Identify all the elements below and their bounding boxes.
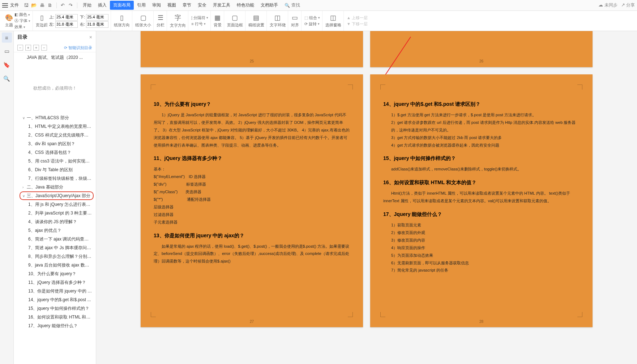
ribbon-tab-5[interactable]: 视图 <box>164 1 179 10</box>
body-line: 6）无需刷新页面，即可以从服务器获取信息 <box>383 259 580 267</box>
toc-item[interactable]: ∨三、JavaScript/JQuery/Ajax 部分 <box>14 191 96 200</box>
open-icon[interactable]: 📂 <box>30 2 38 9</box>
toc-item[interactable]: 14、jquery 中的$.get 和$.post ... <box>14 295 96 304</box>
page-25-stub: 25 <box>141 31 363 67</box>
group-dropdown[interactable]: ⬚组合▾ <box>304 15 320 21</box>
toc-doc-title[interactable]: JAVA 面试、笔试题（2020 ... <box>14 52 96 63</box>
ribbon-tab-4[interactable]: 审阅 <box>149 1 164 10</box>
margin-right-input[interactable] <box>86 21 108 28</box>
manuscript-button[interactable]: ▤稿纸设置 <box>248 14 264 28</box>
margin-button[interactable]: ▯页边距 <box>36 14 48 28</box>
ribbon-tab-1[interactable]: 插入 <box>95 1 110 10</box>
toc-item[interactable]: 10、为什么要有 jquery？ <box>14 269 96 278</box>
print-icon[interactable]: 🖶 <box>38 2 46 9</box>
toc-item[interactable]: ›二、Java 基础部分 <box>14 183 96 191</box>
file-menu[interactable]: 文件 <box>10 2 19 8</box>
toc-item[interactable]: 8、同步和异步怎么理解？分别在... <box>14 252 96 261</box>
align-button[interactable]: ▭对齐 <box>291 14 299 28</box>
rail-bookmark-icon[interactable]: 🔖 <box>2 60 12 70</box>
columns-button[interactable]: ☰分栏 <box>157 14 164 28</box>
toc-item[interactable]: 9、java 后台如何接收 ajax 数据... <box>14 261 96 269</box>
share-button[interactable]: ↗ 分享 <box>621 2 635 8</box>
toc-expand-button[interactable]: + <box>25 45 31 51</box>
ribbon-tab-10[interactable]: 文档助手 <box>257 1 281 10</box>
ribbon-tab-3[interactable]: 引用 <box>134 1 149 10</box>
up-icon: ▲ <box>347 16 351 20</box>
hyphen-dropdown[interactable]: ¦分隔符▾ <box>191 15 208 21</box>
save-icon[interactable]: 🖫 <box>22 2 30 9</box>
ribbon-tab-6[interactable]: 章节 <box>179 1 194 10</box>
body-line: 7）简化常见的 javascript 的任务 <box>383 266 580 274</box>
color-dropdown[interactable]: ◧颜色▾ <box>14 12 30 17</box>
toc-item[interactable]: 4、谈谈你的 JS 的理解？ <box>14 217 96 226</box>
toc-item[interactable]: 5、用 css3 语法中，如何实现一... <box>14 157 96 165</box>
page-border-button[interactable]: ▢页面边框 <box>227 14 243 28</box>
text-direction-button[interactable]: 字文字方向 <box>170 13 186 28</box>
toc-item[interactable]: 5、ajax 的优点？ <box>14 226 96 235</box>
selection-pane-button[interactable]: ◫选择窗格 <box>325 14 341 28</box>
preview-icon[interactable]: 🗎 <box>46 2 54 9</box>
sync-status[interactable]: ☁ 未同步 <box>598 2 617 8</box>
undo-icon[interactable]: ↶ <box>59 2 66 9</box>
rail-search-icon[interactable]: 🔍 <box>2 74 12 84</box>
rotate-dropdown[interactable]: ⟳旋转▾ <box>304 21 320 27</box>
ribbon: 🎨主题 ◧颜色▾ Ⓐ字体▾ 效果▾ ▯页边距 上: 下: 左: 右: ▯纸张方向… <box>0 11 637 31</box>
ribbon-tab-7[interactable]: 安全 <box>194 1 210 10</box>
background-button[interactable]: ▦背景 <box>214 14 222 28</box>
theme-button[interactable]: 🎨主题 <box>5 14 13 28</box>
toc-item[interactable]: 1、HTML 中定义表格的宽度用 8... <box>14 122 96 131</box>
margin-left-input[interactable] <box>55 21 78 28</box>
document-canvas[interactable]: 25 26 10、为什么要有 jquery？ 1）jQuery 是 JavaSc… <box>96 31 637 364</box>
rail-toc-icon[interactable]: ≡ <box>2 32 12 43</box>
toc-list[interactable]: ∨一、HTML&CSS 部分1、HTML 中定义表格的宽度用 8...2、CSS… <box>14 113 96 364</box>
rail-page-icon[interactable]: ▭ <box>2 46 12 56</box>
toc-item[interactable]: 1、用 js 和 jQuery 怎么进行表单... <box>14 200 96 209</box>
ribbon-tab-8[interactable]: 开发工具 <box>210 1 234 10</box>
ribbon-tab-9[interactable]: 特色功能 <box>234 1 257 10</box>
effect-dropdown[interactable]: 效果▾ <box>14 24 30 30</box>
body-line: 3）修改页面的内容 <box>383 237 580 244</box>
body-line: 5）为页面添加动态效果 <box>383 252 580 259</box>
toc-item[interactable]: 7、行级标签转块级标签，块级标... <box>14 174 96 183</box>
toc-collapse-button[interactable]: − <box>17 45 23 51</box>
share-icon: ↗ <box>621 2 625 8</box>
toc-remove-button[interactable]: − <box>41 45 47 51</box>
toc-item[interactable]: 6、简述一下 ajax 调试代码查找... <box>14 235 96 243</box>
margin-left-label: 左: <box>49 22 54 27</box>
hamburger-icon[interactable] <box>2 3 8 8</box>
toc-item[interactable]: 7、简述 ajax 中 Js 脚本缓存问题... <box>14 243 96 252</box>
ribbon-tab-0[interactable]: 开始 <box>80 1 95 10</box>
ribbon-tab-2[interactable]: 页面布局 <box>110 1 134 10</box>
text-wrap-button[interactable]: ◫文字环绕 <box>270 14 286 28</box>
orientation-button[interactable]: ▯纸张方向 <box>114 14 130 28</box>
heading-10: 10、为什么要有 jquery？ <box>154 101 350 108</box>
heading-15: 15、jquery 中如何操作样式的？ <box>383 155 580 162</box>
body-line: 3）get 方式传输的数据大小不能超过 2kb 而 post 请求要大的多 <box>383 134 580 142</box>
toc-item[interactable]: 11、jQuery 选择器有多少种？ <box>14 278 96 287</box>
search-tab[interactable]: 🔍查找 <box>281 1 303 10</box>
toc-item[interactable]: 4、CSS 选择器包括？ <box>14 148 96 157</box>
toc-item[interactable]: ∨一、HTML&CSS 部分 <box>14 113 96 122</box>
toc-item[interactable]: 16、如何设置和获取 HTML 和文... <box>14 313 96 321</box>
toc-item[interactable]: 2、CSS 样式定义优先级顺序是？ <box>14 131 96 139</box>
redo-icon[interactable]: ↷ <box>67 2 74 9</box>
toc-item[interactable]: 17、Jquery 能做些什么？ <box>14 321 96 330</box>
para-16: Html()方法，类似于 innerHTML 属性，可以用来读取或者设置某个元素… <box>383 190 580 205</box>
toc-item[interactable]: 2、列举 javaScript 的 3 种主要数... <box>14 209 96 217</box>
body-line: 4）响应页面的操作 <box>383 244 580 252</box>
toc-item[interactable]: 6、Div 与 Table 的区别 <box>14 165 96 174</box>
margin-bottom-input[interactable] <box>86 14 108 21</box>
menu-right: ☁ 未同步 ↗ 分享 <box>598 2 635 8</box>
toc-item[interactable]: 3、div 和 span 的区别？ <box>14 139 96 148</box>
margin-right-label: 右: <box>80 22 85 27</box>
toc-item[interactable]: 15、jquery 中如何操作样式的？ <box>14 304 96 313</box>
line-number-dropdown[interactable]: ≡行号▾ <box>191 21 208 27</box>
smart-toc-button[interactable]: ⟳智能识别目录 <box>64 45 92 51</box>
paper-size-button[interactable]: ▢纸张大小 <box>135 14 151 28</box>
toc-add-button[interactable]: ＋ <box>33 45 39 51</box>
page-number: 25 <box>250 59 254 63</box>
toc-close-icon[interactable]: × <box>89 34 92 40</box>
toc-item[interactable]: 13、你是如何使用 jquery 中的 aj... <box>14 287 96 295</box>
font-dropdown[interactable]: Ⓐ字体▾ <box>14 18 30 23</box>
margin-top-input[interactable] <box>55 14 78 21</box>
